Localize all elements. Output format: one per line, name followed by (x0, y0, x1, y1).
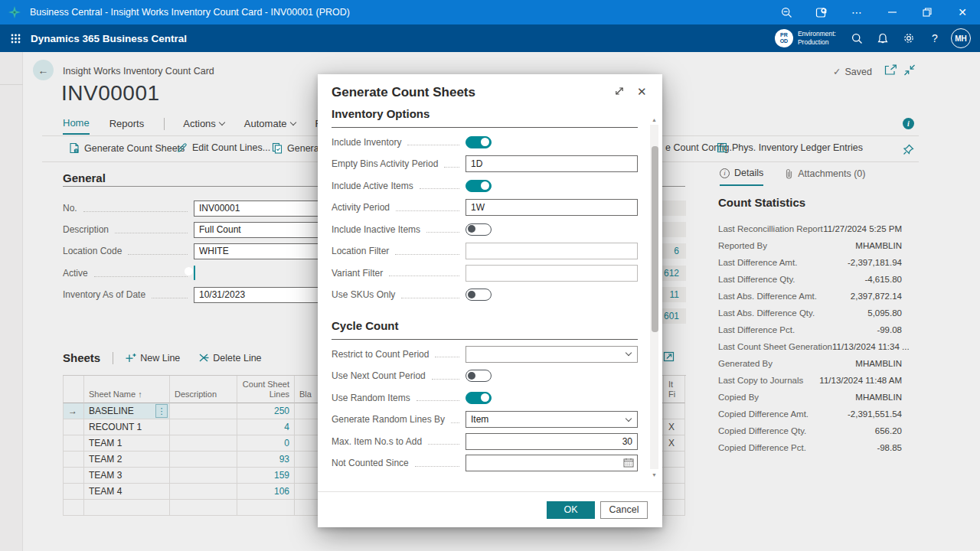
back-button[interactable]: ← (33, 60, 54, 80)
sheet-name-cell[interactable]: TEAM 4 (84, 484, 170, 500)
field-label: Description (63, 224, 109, 235)
sheet-name-cell[interactable]: TEAM 2 (84, 452, 170, 468)
settings-gear-icon[interactable] (896, 24, 922, 52)
use-next-count-period-toggle[interactable] (466, 370, 492, 382)
tab-details[interactable]: i Details (720, 168, 763, 186)
tab-attachments[interactable]: Attachments (0) (785, 168, 865, 185)
empty-bins-activity-period-input[interactable] (466, 155, 638, 172)
scrollbar-thumb[interactable] (652, 146, 658, 332)
search-window-icon[interactable] (804, 0, 839, 24)
stat-row: Last Difference Qty.-4,615.80 (718, 275, 902, 284)
row-selector[interactable] (63, 435, 84, 452)
use-skus-only-toggle[interactable] (466, 289, 492, 301)
header-count-sheet-lines[interactable]: Count SheetLines (237, 376, 295, 403)
row-selector[interactable] (63, 419, 84, 435)
include-active-items-toggle[interactable] (466, 180, 492, 192)
user-avatar[interactable]: MH (951, 28, 971, 48)
tab-home[interactable]: Home (63, 117, 90, 135)
stat-row: Last Abs. Difference Qty.5,095.80 (718, 308, 902, 318)
minimize-icon[interactable] (874, 0, 910, 24)
delete-line-button[interactable]: Delete Line (198, 353, 261, 364)
calendar-icon[interactable] (623, 458, 634, 468)
search-icon[interactable] (844, 24, 870, 52)
tab-actions[interactable]: Actions (183, 118, 224, 134)
header-description[interactable]: Description (170, 376, 237, 403)
generate-random-lines-by-select[interactable]: Item (466, 411, 638, 428)
no-input[interactable] (194, 201, 319, 217)
sheet-name-cell[interactable]: BASELINE⋮ (84, 403, 170, 419)
dialog-scrollbar[interactable]: ▲ ▼ (649, 114, 659, 480)
edit-count-lines-button[interactable]: Edit Count Lines... (177, 142, 270, 153)
count-sheet-lines-cell[interactable]: 4 (237, 419, 295, 435)
count-sheet-lines-cell[interactable]: 250 (237, 403, 295, 419)
description-cell[interactable] (170, 452, 237, 468)
sheet-name-cell[interactable] (84, 500, 170, 516)
description-input[interactable] (194, 222, 319, 238)
header-sheet-name[interactable]: Sheet Name ↑ (84, 376, 170, 403)
scroll-up-arrow[interactable]: ▲ (649, 114, 659, 125)
zoom-out-icon[interactable] (769, 0, 804, 24)
row-menu-button[interactable]: ⋮ (155, 404, 168, 418)
generate-count-sheets-button[interactable]: Generate Count Sheets (69, 142, 185, 154)
open-in-new-window-icon[interactable] (884, 64, 897, 76)
description-cell[interactable] (170, 403, 237, 419)
location-code-input[interactable] (194, 243, 319, 259)
description-cell[interactable] (170, 435, 237, 452)
count-sheet-lines-cell[interactable]: 0 (237, 435, 295, 452)
environment-badge[interactable]: PR OD (775, 29, 793, 47)
location-filter-input[interactable] (466, 243, 638, 259)
tab-automate[interactable]: Automate (244, 118, 296, 134)
pin-icon[interactable] (903, 144, 914, 155)
more-options-icon[interactable]: ⋯ (839, 0, 874, 24)
include-inventory-toggle[interactable] (466, 136, 492, 148)
new-line-button[interactable]: New Line (126, 353, 180, 364)
cancel-button[interactable]: Cancel (600, 501, 648, 519)
count-sheet-lines-cell[interactable] (237, 500, 295, 516)
max-item-nos-to-add-input[interactable] (466, 433, 638, 450)
page-info-icon[interactable]: i (903, 118, 914, 129)
collapse-page-icon[interactable] (903, 64, 916, 76)
close-icon[interactable]: ✕ (945, 0, 980, 24)
stat-label: Last Count Sheet Generation (718, 342, 832, 351)
row-selector[interactable]: → (63, 403, 84, 419)
variant-filter-input[interactable] (466, 265, 638, 282)
dialog-expand-icon[interactable] (614, 86, 625, 97)
description-cell[interactable] (170, 500, 237, 516)
use-random-items-toggle[interactable] (466, 392, 492, 404)
count-sheet-lines-cell[interactable]: 159 (237, 468, 295, 484)
count-sheet-lines-cell[interactable]: 106 (237, 484, 295, 500)
ok-button[interactable]: OK (547, 501, 595, 519)
restore-icon[interactable] (910, 0, 945, 24)
row-selector[interactable] (63, 468, 84, 484)
scroll-down-arrow[interactable]: ▼ (649, 469, 659, 480)
description-cell[interactable] (170, 468, 237, 484)
scrollbar-track[interactable] (650, 125, 658, 469)
product-name[interactable]: Dynamics 365 Business Central (31, 33, 187, 44)
inventory-as-of-date-input[interactable] (194, 287, 319, 303)
restrict-to-count-period-select[interactable] (466, 346, 638, 363)
expand-table-icon[interactable] (663, 351, 675, 362)
tab-reports[interactable]: Reports (109, 118, 145, 134)
breadcrumb[interactable]: Insight Works Inventory Count Card (63, 66, 214, 77)
dialog-close-icon[interactable]: ✕ (637, 86, 647, 97)
sheet-name-cell[interactable]: TEAM 1 (84, 435, 170, 452)
header-item-filter-fragment[interactable]: ItFi (664, 376, 685, 403)
count-sheet-lines-cell[interactable]: 93 (237, 452, 295, 468)
row-selector[interactable] (63, 484, 84, 500)
stat-label: Generated By (718, 359, 773, 368)
include-inactive-items-toggle[interactable] (466, 223, 492, 236)
notifications-bell-icon[interactable] (870, 24, 896, 52)
field-active: Active (63, 266, 319, 281)
activity-period-input[interactable] (466, 199, 638, 216)
description-cell[interactable] (170, 484, 237, 500)
help-icon[interactable]: ? (922, 24, 948, 52)
not-counted-since-input[interactable] (466, 455, 638, 471)
app-launcher-waffle-icon[interactable] (0, 24, 31, 52)
active-toggle[interactable] (194, 266, 195, 280)
description-cell[interactable] (170, 419, 237, 435)
row-selector[interactable] (63, 452, 84, 468)
sheet-name-cell[interactable]: TEAM 3 (84, 468, 170, 484)
sheet-name-cell[interactable]: RECOUNT 1 (84, 419, 170, 435)
phys-inventory-ledger-entries-button[interactable]: Phys. Inventory Ledger Entries (717, 142, 863, 153)
row-selector[interactable] (63, 500, 84, 516)
